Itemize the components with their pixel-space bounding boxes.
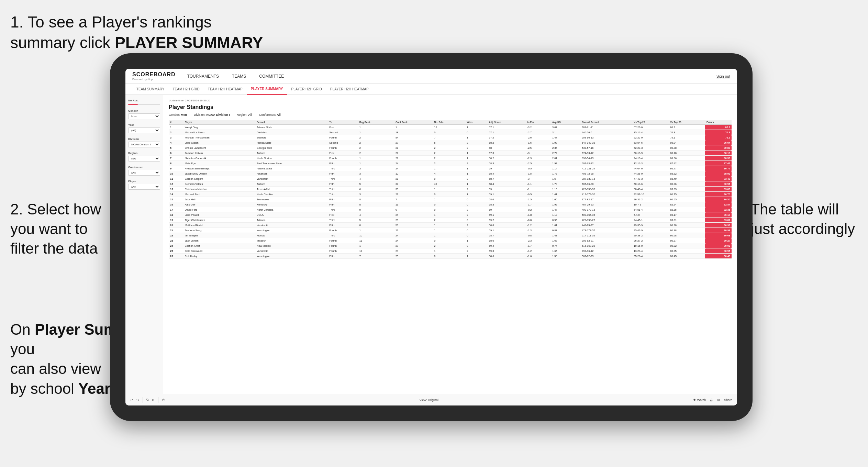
cell-top50: 87.42 [669,161,705,166]
cell-wins: 2 [465,176,487,181]
cell-rds: 1 [433,212,465,218]
sub-nav-player-summary[interactable]: PLAYER SUMMARY [247,84,287,95]
cell-school: Auburn [255,151,328,156]
sidebar-select-gender[interactable]: Men [128,113,160,119]
table-title: Player Standings [169,104,732,110]
sub-nav-team-h2h-heatmap[interactable]: TEAM H2H HEATMAP [204,84,247,95]
toolbar-clock[interactable]: ⏱ [162,398,165,402]
cell-top25: 24-10-4 [632,156,669,161]
cell-points: 76.3 [705,130,732,135]
cell-reg-rank: 2 [358,145,394,151]
cell-reg-rank: 9 [358,207,394,212]
cell-top25: 35-26-4 [632,254,669,259]
cell-points: 83.83 [705,187,732,192]
sidebar-select-year[interactable]: (All) [128,127,160,133]
sidebar-select-conference[interactable]: (All) [128,170,160,176]
content-area: No Rds. Gender Men Year [125,95,737,394]
cell-yr: First [328,212,358,218]
toolbar-share[interactable]: Share [724,398,732,402]
cell-score-par: -1.6 [526,254,551,259]
annotation-2-line1: 2. Select how [10,201,101,218]
cell-adj-score: 69.2 [488,218,526,223]
cell-score-par: -1.2 [526,223,551,228]
sub-nav-team-h2h-grid[interactable]: TEAM H2H GRID [169,84,204,95]
cell-top25: 47-40-3 [632,176,669,181]
cell-reg-rank: 1 [358,161,394,166]
cell-points: 80.88 [705,145,732,151]
sub-nav-team-summary[interactable]: TEAM SUMMARY [132,84,169,95]
cell-wins: 1 [465,156,487,161]
cell-overall: 616-168-22 [580,243,632,248]
cell-points: 86.77 [705,166,732,171]
cell-reg-rank: 1 [358,243,394,248]
table-row: 23 Jack Lundin Missouri Fourth 11 24 0 1… [169,238,732,243]
toolbar-copy[interactable]: ⧉ [146,398,148,402]
cell-player: Ian Gilligan [183,233,255,238]
toolbar-print[interactable]: 🖨 [710,398,713,402]
cell-points: 80.45 [705,254,732,259]
cell-conf-rank: 25 [394,254,433,259]
cell-score-par: -3 [526,176,551,181]
cell-conf-rank: 27 [394,243,433,248]
col-school: School [255,120,328,125]
cell-num: 18 [169,212,183,218]
cell-yr: Fourth [328,243,358,248]
cell-overall: 547-142-38 [580,140,632,145]
nav-committee[interactable]: COMMITTEE [258,69,285,84]
cell-overall: 381-61-11 [580,125,632,130]
toolbar-watch[interactable]: 👁 Watch [693,398,706,402]
cell-rds: 1 [433,197,465,202]
cell-rds: 4 [433,171,465,176]
table-row: 16 Alex Goff Kentucky Fifth 8 19 0 0 68.… [169,202,732,207]
cell-adj-score: 68.6 [488,238,526,243]
table-row: 7 Nicholas Gabrelcik North Florida Fourt… [169,156,732,161]
sidebar: No Rds. Gender Men Year [125,95,163,394]
cell-reg-rank: 11 [358,238,394,243]
toolbar-grid[interactable]: ⊞ [717,398,720,402]
nav-tournaments[interactable]: TOURNAMENTS [186,69,220,84]
cell-player: Taehoon Song [183,228,255,233]
cell-points: 83.81 [705,218,732,223]
cell-adj-score: 69.1 [488,192,526,197]
cell-overall: 674-33-12 [580,151,632,156]
cell-conf-rank: 1 [394,125,433,130]
cell-reg-rank: 1 [358,130,394,135]
cell-overall: 429-198-22 [580,218,632,223]
sidebar-select-division[interactable]: NCAA Division I [128,142,160,147]
cell-adj-score: 69 [488,166,526,171]
slider-track [128,104,160,105]
cell-wins: 2 [465,223,487,228]
cell-school: Arkansas [255,171,328,176]
sub-nav-player-h2h-heatmap[interactable]: PLAYER H2H HEATMAP [326,84,373,95]
col-overall: Overall Record [580,120,632,125]
sidebar-division: Division NCAA Division I [128,137,160,147]
sidebar-select-region[interactable]: N/A [128,156,160,162]
cell-top25: 5-4-0 [632,212,669,218]
cell-wins: 2 [465,248,487,254]
cell-adj-score: 68.6 [488,254,526,259]
annotation-2-line2: you want to [10,220,88,237]
cell-player: Michael Le Sasso [183,130,255,135]
sign-out-link[interactable]: Sign out [716,74,730,78]
cell-school: Vanderbilt [255,176,328,181]
slider-container[interactable] [128,104,160,105]
cell-points: 80.98 [705,223,732,228]
cell-rds: 40 [433,181,465,187]
col-player: Player [183,120,255,125]
toolbar-paste[interactable]: ⊕ [152,398,155,402]
col-wins: Wins [465,120,487,125]
cell-adj-score: 69 [488,207,526,212]
sub-nav-player-h2h-grid[interactable]: PLAYER H2H GRID [287,84,326,95]
toolbar-undo[interactable]: ↩ [130,398,133,402]
table-row: 19 Tiger Christensen Arizona Third 5 23 … [169,218,732,223]
cell-conf-rank: 10 [394,171,433,176]
cell-adj-score: 69 [488,187,526,192]
cell-top50: 82.54 [669,202,705,207]
cell-points: 80.75 [705,192,732,197]
cell-overall: 208-96-13 [580,135,632,140]
nav-teams[interactable]: TEAMS [231,69,247,84]
toolbar-redo[interactable]: ↪ [136,398,139,402]
cell-points: 80.55 [705,197,732,202]
update-time: Update time: 27/03/2024 16:56:26 [169,99,732,102]
sidebar-select-player[interactable]: (All) [128,184,160,190]
